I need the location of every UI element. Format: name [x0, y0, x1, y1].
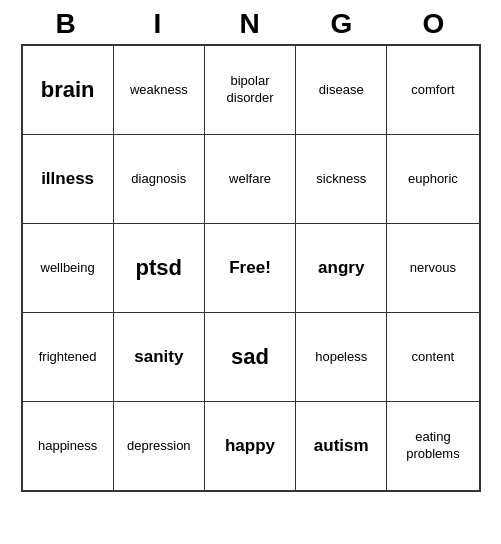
bingo-cell: disease	[296, 46, 387, 134]
bingo-cell: diagnosis	[114, 135, 205, 223]
cell-label: sanity	[134, 347, 183, 367]
bingo-cell: euphoric	[387, 135, 478, 223]
cell-label: brain	[41, 77, 95, 103]
bingo-row: illnessdiagnosiswelfaresicknesseuphoric	[23, 135, 479, 224]
bingo-cell: hopeless	[296, 313, 387, 401]
bingo-cell: nervous	[387, 224, 478, 312]
cell-label: autism	[314, 436, 369, 456]
bingo-cell: sickness	[296, 135, 387, 223]
header-letter: N	[207, 8, 295, 40]
cell-label: disease	[319, 82, 364, 99]
bingo-grid: brainweaknessbipolar disorderdiseasecomf…	[21, 44, 481, 492]
cell-label: weakness	[130, 82, 188, 99]
cell-label: welfare	[229, 171, 271, 188]
cell-label: angry	[318, 258, 364, 278]
cell-label: sickness	[316, 171, 366, 188]
bingo-row: brainweaknessbipolar disorderdiseasecomf…	[23, 46, 479, 135]
cell-label: sad	[231, 344, 269, 370]
bingo-cell: sad	[205, 313, 296, 401]
bingo-row: frightenedsanitysadhopelesscontent	[23, 313, 479, 402]
header-letter: G	[299, 8, 387, 40]
bingo-cell: happy	[205, 402, 296, 490]
cell-label: nervous	[410, 260, 456, 277]
bingo-cell: eating problems	[387, 402, 478, 490]
bingo-cell: illness	[23, 135, 114, 223]
bingo-row: wellbeingptsdFree!angrynervous	[23, 224, 479, 313]
cell-label: frightened	[39, 349, 97, 366]
bingo-cell: Free!	[205, 224, 296, 312]
bingo-cell: bipolar disorder	[205, 46, 296, 134]
bingo-row: happinessdepressionhappyautismeating pro…	[23, 402, 479, 490]
cell-label: Free!	[229, 258, 271, 278]
cell-label: eating problems	[391, 429, 474, 463]
bingo-header: BINGO	[21, 0, 481, 44]
bingo-cell: happiness	[23, 402, 114, 490]
cell-label: wellbeing	[41, 260, 95, 277]
cell-label: bipolar disorder	[209, 73, 291, 107]
cell-label: ptsd	[136, 255, 182, 281]
bingo-cell: content	[387, 313, 478, 401]
cell-label: happiness	[38, 438, 97, 455]
bingo-cell: sanity	[114, 313, 205, 401]
cell-label: depression	[127, 438, 191, 455]
cell-label: hopeless	[315, 349, 367, 366]
bingo-cell: angry	[296, 224, 387, 312]
cell-label: comfort	[411, 82, 454, 99]
cell-label: euphoric	[408, 171, 458, 188]
bingo-cell: depression	[114, 402, 205, 490]
header-letter: O	[391, 8, 479, 40]
cell-label: illness	[41, 169, 94, 189]
bingo-cell: ptsd	[114, 224, 205, 312]
bingo-cell: frightened	[23, 313, 114, 401]
header-letter: B	[23, 8, 111, 40]
cell-label: diagnosis	[131, 171, 186, 188]
cell-label: happy	[225, 436, 275, 456]
bingo-cell: brain	[23, 46, 114, 134]
bingo-cell: welfare	[205, 135, 296, 223]
bingo-cell: weakness	[114, 46, 205, 134]
cell-label: content	[412, 349, 455, 366]
bingo-cell: autism	[296, 402, 387, 490]
bingo-cell: comfort	[387, 46, 478, 134]
header-letter: I	[115, 8, 203, 40]
bingo-cell: wellbeing	[23, 224, 114, 312]
